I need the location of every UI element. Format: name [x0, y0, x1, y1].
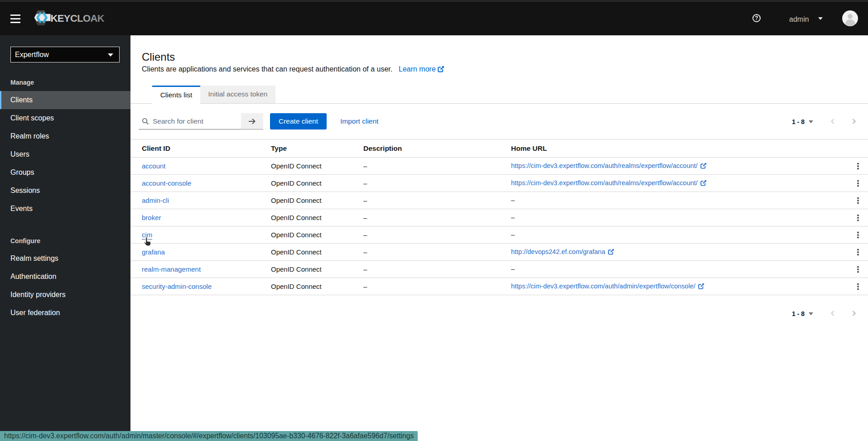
- svg-text:KEYCLOAK: KEYCLOAK: [51, 13, 105, 24]
